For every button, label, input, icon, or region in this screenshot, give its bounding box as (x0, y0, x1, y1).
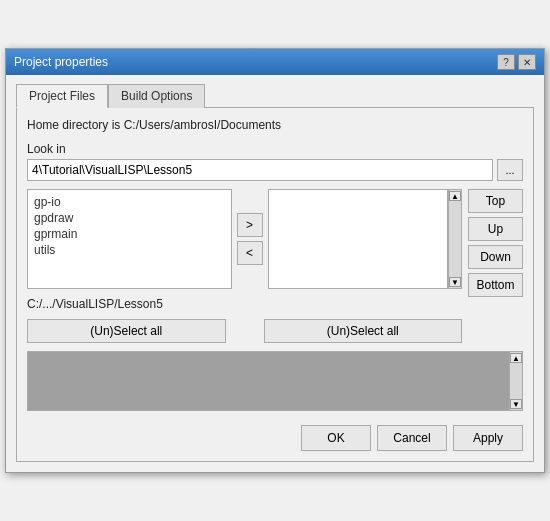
dialog-body: Project Files Build Options Home directo… (6, 75, 544, 472)
tab-content: Home directory is C:/Users/ambrosI/Docum… (16, 108, 534, 462)
scroll-down2-icon[interactable]: ▼ (510, 399, 522, 409)
select-all-row: (Un)Select all (Un)Select all (27, 319, 462, 343)
dialog-title: Project properties (14, 55, 108, 69)
selected-list-area: ▲ ▼ (268, 189, 463, 289)
list-item: gp-io (32, 194, 227, 210)
list-item: gpdraw (32, 210, 227, 226)
footer-buttons: OK Cancel Apply (27, 421, 523, 451)
selected-list[interactable] (268, 189, 449, 289)
scroll-up2-icon[interactable]: ▲ (510, 353, 522, 363)
move-right-button[interactable]: > (237, 213, 263, 237)
project-properties-dialog: Project properties ? ✕ Project Files Bui… (5, 48, 545, 473)
bottom-area: ▲ ▼ (27, 351, 523, 411)
move-left-button[interactable]: < (237, 241, 263, 265)
bottom-textarea[interactable] (27, 351, 510, 411)
scrollbar[interactable]: ▲ ▼ (448, 189, 462, 289)
unselect-all-right-button[interactable]: (Un)Select all (264, 319, 463, 343)
up-button[interactable]: Up (468, 217, 523, 241)
title-bar-buttons: ? ✕ (497, 54, 536, 70)
lists-row: gp-io gpdraw gprmain utils > < (27, 189, 462, 289)
scroll-up-icon[interactable]: ▲ (449, 191, 461, 201)
ok-button[interactable]: OK (301, 425, 371, 451)
title-bar: Project properties ? ✕ (6, 49, 544, 75)
bottom-button[interactable]: Bottom (468, 273, 523, 297)
tab-build-options[interactable]: Build Options (108, 84, 205, 108)
close-button[interactable]: ✕ (518, 54, 536, 70)
unselect-all-left-button[interactable]: (Un)Select all (27, 319, 226, 343)
tabs-container: Project Files Build Options (16, 83, 534, 108)
bottom-scrollbar[interactable]: ▲ ▼ (509, 351, 523, 411)
current-path: C:/.../VisualLISP/Lesson5 (27, 297, 462, 311)
list-item: gprmain (32, 226, 227, 242)
top-button[interactable]: Top (468, 189, 523, 213)
look-in-input[interactable] (27, 159, 493, 181)
home-dir-label: Home directory is C:/Users/ambrosI/Docum… (27, 118, 523, 132)
browse-button[interactable]: ... (497, 159, 523, 181)
look-in-label: Look in (27, 142, 523, 156)
apply-button[interactable]: Apply (453, 425, 523, 451)
cancel-button[interactable]: Cancel (377, 425, 447, 451)
help-button[interactable]: ? (497, 54, 515, 70)
file-list[interactable]: gp-io gpdraw gprmain utils (27, 189, 232, 289)
right-nav-buttons: Top Up Down Bottom (468, 189, 523, 351)
tab-project-files[interactable]: Project Files (16, 84, 108, 108)
look-in-row: ... (27, 159, 523, 181)
scroll-down-icon[interactable]: ▼ (449, 277, 461, 287)
down-button[interactable]: Down (468, 245, 523, 269)
list-item: utils (32, 242, 227, 258)
arrow-buttons: > < (237, 189, 263, 289)
main-content: gp-io gpdraw gprmain utils > < (27, 189, 523, 351)
left-content: gp-io gpdraw gprmain utils > < (27, 189, 462, 351)
